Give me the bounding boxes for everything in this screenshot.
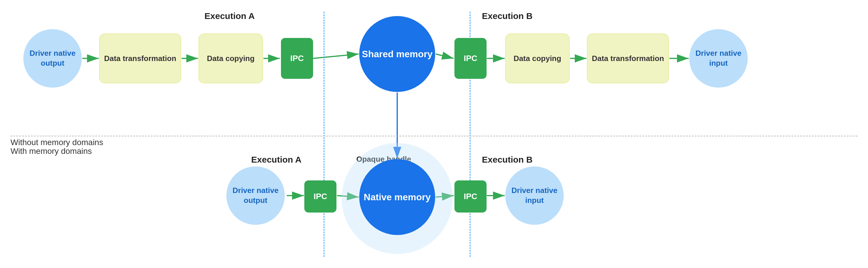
driver-native-output-top: Driver native output [23, 29, 82, 88]
ipc-4-bot: IPC [455, 180, 487, 212]
exec-b-label-top: Execution B [482, 11, 532, 21]
ipc-3-bot: IPC [304, 180, 337, 212]
data-copying-2: Data copying [505, 34, 569, 83]
diagram-container: Without memory domains With memory domai… [0, 0, 868, 268]
section-divider [10, 136, 858, 136]
ipc-1-top: IPC [281, 38, 313, 79]
ipc-2-top: IPC [455, 38, 487, 79]
without-memory-domains-label: Without memory domains [10, 138, 103, 147]
exec-a-label-bot: Execution A [251, 155, 301, 165]
driver-native-input-top: Driver native input [689, 29, 748, 88]
data-copying-1: Data copying [198, 34, 263, 83]
driver-native-input-bot: Driver native input [505, 166, 564, 225]
data-transformation-1: Data transformation [99, 34, 181, 83]
driver-native-output-bot: Driver native output [226, 166, 285, 225]
data-transformation-2: Data transformation [587, 34, 669, 83]
native-memory: Native memory [359, 159, 435, 235]
shared-memory: Shared memory [359, 16, 435, 92]
svg-line-7 [436, 54, 454, 58]
exec-b-label-bot: Execution B [482, 155, 532, 165]
svg-line-6 [313, 54, 359, 58]
exec-a-label-top: Execution A [205, 11, 255, 21]
vline-left [323, 12, 324, 257]
with-memory-domains-label: With memory domains [10, 146, 92, 156]
